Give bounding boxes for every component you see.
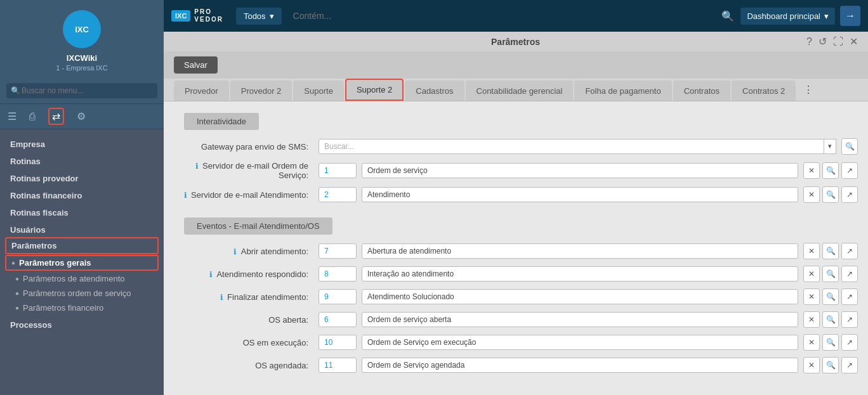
email-atend-actions: ✕ 🔍 ↗ <box>803 186 858 203</box>
os-agendada-open[interactable]: ↗ <box>841 357 858 373</box>
finalizar-num[interactable] <box>319 289 357 304</box>
os-agendada-num[interactable] <box>319 358 357 373</box>
abrir-actions: ✕ 🔍 ↗ <box>803 243 858 259</box>
sidebar-item-rotinas-provedor[interactable]: Rotinas provedor <box>0 169 164 186</box>
respondido-open[interactable]: ↗ <box>841 266 858 282</box>
os-agendada-clear[interactable]: ✕ <box>803 357 820 373</box>
sidebar-item-parametros-gerais[interactable]: ● Parâmetros gerais <box>5 255 159 271</box>
abrir-clear[interactable]: ✕ <box>803 243 820 259</box>
sidebar-item-empresa[interactable]: Empresa <box>0 134 164 152</box>
email-atend-open[interactable]: ↗ <box>841 186 858 203</box>
info-icon-email-atend: ℹ <box>184 191 187 200</box>
info-icon-email-os: ℹ <box>195 162 199 171</box>
tab-provedor2[interactable]: Provedor 2 <box>230 81 293 101</box>
email-atend-num[interactable] <box>319 187 357 202</box>
sidebar-item-processos[interactable]: Processos <box>0 315 164 332</box>
info-icon-abrir: ℹ <box>233 247 237 256</box>
respondido-search[interactable]: 🔍 <box>822 266 839 282</box>
email-os-clear[interactable]: ✕ <box>803 162 820 179</box>
tab-suporte[interactable]: Suporte <box>293 81 344 101</box>
more-tabs-button[interactable]: ⋮ <box>797 79 820 101</box>
refresh-icon[interactable]: ↺ <box>819 36 827 48</box>
nav-search-icon[interactable]: 🔍 <box>721 10 734 22</box>
os-execucao-actions: ✕ 🔍 ↗ <box>803 334 858 351</box>
nav-search-input[interactable] <box>288 7 716 25</box>
os-aberta-open[interactable]: ↗ <box>841 311 858 328</box>
tab-contratos2[interactable]: Contratos 2 <box>732 81 796 101</box>
sidebar-item-parametros-atendimento[interactable]: ● Parâmetros de atendimento <box>0 271 164 286</box>
os-agendada-search[interactable]: 🔍 <box>822 357 839 373</box>
email-os-num[interactable] <box>319 163 357 178</box>
sidebar-item-rotinas[interactable]: Rotinas <box>0 152 164 169</box>
sidebar-menu: Empresa Rotinas Rotinas provedor Rotinas… <box>0 129 164 395</box>
email-os-text[interactable] <box>362 163 798 178</box>
nav-exit-button[interactable]: → <box>840 6 860 26</box>
sidebar-item-rotinas-financeiro[interactable]: Rotinas financeiro <box>0 186 164 203</box>
sidebar-item-usuarios[interactable]: Usuários <box>0 220 164 237</box>
tab-cadastros[interactable]: Cadastros <box>405 81 464 101</box>
email-atend-text[interactable] <box>362 187 798 202</box>
email-os-actions: ✕ 🔍 ↗ <box>803 162 858 179</box>
sidebar-item-parametros-os[interactable]: ● Parâmetros ordem de serviço <box>0 286 164 301</box>
email-atend-search[interactable]: 🔍 <box>822 186 839 203</box>
sms-search-button[interactable]: 🔍 <box>841 138 858 155</box>
label-os-execucao: OS em execução: <box>174 338 313 347</box>
nav-logo: IXC PRO VEDOR <box>171 8 223 23</box>
abrir-search[interactable]: 🔍 <box>822 243 839 259</box>
sms-dropdown-arrow[interactable]: ▾ <box>824 139 836 154</box>
tab-contratos[interactable]: Contratos <box>673 81 730 101</box>
help-icon[interactable]: ? <box>806 36 812 48</box>
finalizar-open[interactable]: ↗ <box>841 288 858 305</box>
os-aberta-text[interactable] <box>362 312 798 327</box>
info-icon-finalizar: ℹ <box>220 293 223 302</box>
abrir-open[interactable]: ↗ <box>841 243 858 259</box>
list-icon[interactable]: ☰ <box>8 110 16 122</box>
os-execucao-clear[interactable]: ✕ <box>803 334 820 351</box>
email-os-search[interactable]: 🔍 <box>822 162 839 179</box>
respondido-num[interactable] <box>319 266 357 282</box>
abrir-text[interactable] <box>362 243 798 259</box>
os-execucao-text[interactable] <box>362 335 798 350</box>
share-icon[interactable]: ⇄ <box>48 108 64 125</box>
os-execucao-open[interactable]: ↗ <box>841 334 858 351</box>
sidebar-item-rotinas-fiscais[interactable]: Rotinas fiscais <box>0 203 164 220</box>
expand-icon[interactable]: ⛶ <box>833 36 843 48</box>
top-nav: IXC PRO VEDOR Todos ▾ 🔍 Dashboard princi… <box>164 0 868 32</box>
dashboard-select[interactable]: Dashboard principal ▾ <box>740 8 835 25</box>
todos-dropdown[interactable]: Todos ▾ <box>236 8 282 25</box>
chevron-down-icon: ▾ <box>824 11 829 21</box>
sidebar: IXC IXCWiki 1 - Empresa IXC 🔍 ☰ ⎙ ⇄ ⚙ Em… <box>0 0 164 395</box>
close-icon[interactable]: ✕ <box>850 36 858 48</box>
email-os-open[interactable]: ↗ <box>841 162 858 179</box>
finalizar-clear[interactable]: ✕ <box>803 288 820 305</box>
save-button[interactable]: Salvar <box>174 56 218 74</box>
finalizar-actions: ✕ 🔍 ↗ <box>803 288 858 305</box>
wrench-icon[interactable]: ⚙ <box>77 110 86 122</box>
os-execucao-search[interactable]: 🔍 <box>822 334 839 351</box>
info-icon-respondido: ℹ <box>209 270 213 279</box>
tab-folha[interactable]: Folha de pagamento <box>574 81 671 101</box>
os-aberta-clear[interactable]: ✕ <box>803 311 820 328</box>
sidebar-item-parametros-financeiro[interactable]: ● Parâmetros financeiro <box>0 301 164 315</box>
os-agendada-text[interactable] <box>362 358 798 373</box>
print-icon[interactable]: ⎙ <box>29 111 36 122</box>
finalizar-text[interactable] <box>362 289 798 304</box>
tab-contabilidade[interactable]: Contabilidade gerencial <box>466 81 574 101</box>
tab-suporte2[interactable]: Suporte 2 <box>345 79 404 101</box>
respondido-clear[interactable]: ✕ <box>803 266 820 282</box>
os-execucao-num[interactable] <box>319 335 357 350</box>
search-input[interactable] <box>6 83 157 98</box>
os-aberta-num[interactable] <box>319 312 357 327</box>
sms-dropdown-field[interactable]: Buscar... <box>319 139 824 154</box>
os-agendada-actions: ✕ 🔍 ↗ <box>803 357 858 373</box>
os-aberta-search[interactable]: 🔍 <box>822 311 839 328</box>
nav-right: Dashboard principal ▾ → <box>740 6 860 26</box>
form-row-os-agendada: OS agendada: ✕ 🔍 ↗ <box>164 354 868 377</box>
finalizar-search[interactable]: 🔍 <box>822 288 839 305</box>
abrir-num[interactable] <box>319 243 357 259</box>
sidebar-item-parametros[interactable]: Parâmetros <box>5 237 159 254</box>
email-atend-clear[interactable]: ✕ <box>803 186 820 203</box>
company-sub: 1 - Empresa IXC <box>56 64 107 72</box>
respondido-text[interactable] <box>362 266 798 282</box>
tab-provedor[interactable]: Provedor <box>174 81 229 101</box>
